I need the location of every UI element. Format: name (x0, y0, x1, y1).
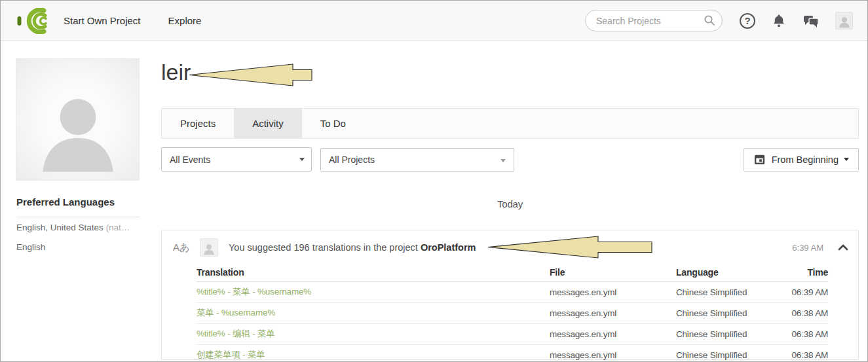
profile-tabbar: Projects Activity To Do (161, 108, 859, 139)
person-icon (202, 242, 216, 256)
time-cell: 06:38 AM (782, 345, 828, 362)
chevron-down-icon (299, 158, 305, 161)
projects-filter-select[interactable]: All Projects (320, 148, 514, 172)
file-cell: messages.en.yml (550, 345, 676, 362)
col-file: File (550, 264, 676, 282)
translation-link[interactable]: %title% - 编辑 - 菜单 (197, 329, 275, 338)
calendar-icon (753, 153, 766, 166)
table-row: 创建菜单项 - 菜单 messages.en.yml Chinese Simpl… (197, 345, 828, 362)
search-input[interactable] (585, 10, 723, 31)
translation-link[interactable]: %title% - 菜单 - %username% (197, 287, 311, 297)
translation-link[interactable]: 菜单 - %username% (197, 308, 275, 317)
tab-activity[interactable]: Activity (234, 109, 302, 138)
day-group-label: Today (161, 198, 859, 209)
activity-filters: All Events All Projects From Beginning (161, 147, 859, 172)
file-cell: messages.en.yml (550, 303, 676, 324)
top-navigation-bar: Start Own Project Explore ? (1, 1, 867, 41)
messages-button[interactable] (802, 13, 820, 29)
profile-photo-placeholder (16, 58, 140, 181)
project-search (585, 10, 723, 31)
nav-start-own-project[interactable]: Start Own Project (64, 15, 141, 26)
annotation-arrow-username (188, 63, 314, 87)
translation-link[interactable]: 创建菜单项 - 菜单 (197, 350, 265, 359)
language-cell: Chinese Simplified (676, 303, 782, 324)
translations-table: Translation File Language Time %title% -… (197, 264, 828, 362)
language-cell: Chinese Simplified (676, 345, 782, 362)
time-cell: 06:39 AM (782, 282, 828, 303)
preferred-language-item: English, United States (nat… (16, 223, 130, 232)
sidebar-divider (16, 217, 140, 217)
tab-projects[interactable]: Projects (162, 109, 234, 138)
file-cell: messages.en.yml (550, 282, 676, 303)
crowdin-profile-page: Start Own Project Explore ? (0, 0, 868, 362)
collapse-event-button[interactable] (838, 244, 848, 251)
person-silhouette-icon (29, 82, 127, 180)
translation-activity-icon: Aあ (173, 242, 190, 254)
activity-event-card: Aあ You suggested 196 translations in the… (161, 230, 859, 360)
date-range-button[interactable]: From Beginning (744, 148, 859, 172)
chevron-down-icon (500, 159, 506, 162)
event-message: You suggested 196 translations in the pr… (229, 242, 476, 253)
project-name-link[interactable]: OroPlatform (421, 242, 476, 253)
col-translation: Translation (197, 264, 550, 282)
file-cell: messages.en.yml (550, 324, 676, 345)
table-row: %title% - 编辑 - 菜单 messages.en.yml Chines… (197, 324, 828, 345)
chat-bubbles-icon (802, 13, 820, 29)
preferred-language-item: English (16, 242, 45, 252)
person-icon (837, 14, 852, 29)
event-time: 6:39 AM (792, 243, 823, 253)
col-time: Time (782, 264, 828, 282)
user-menu-avatar[interactable] (835, 12, 853, 29)
table-header-row: Translation File Language Time (197, 264, 828, 282)
language-cell: Chinese Simplified (676, 282, 782, 303)
chevron-down-icon (844, 158, 849, 161)
tab-todo[interactable]: To Do (302, 109, 364, 138)
help-icon: ? (740, 13, 755, 29)
language-cell: Chinese Simplified (676, 324, 782, 345)
help-button[interactable]: ? (740, 13, 755, 29)
search-icon (704, 14, 715, 26)
time-cell: 06:38 AM (782, 303, 828, 324)
preferred-languages-title: Preferred Languages (16, 196, 115, 208)
bell-icon (771, 13, 787, 29)
username-page-title: leir (161, 60, 191, 85)
events-filter-select[interactable]: All Events (161, 147, 312, 172)
time-cell: 06:38 AM (782, 324, 828, 345)
crowdin-logo-icon[interactable] (15, 8, 49, 34)
event-user-avatar (200, 238, 218, 257)
nav-explore[interactable]: Explore (168, 15, 202, 26)
notifications-button[interactable] (771, 13, 787, 29)
language-note: (nat… (106, 223, 130, 232)
activity-event-header: Aあ You suggested 196 translations in the… (162, 230, 858, 264)
col-language: Language (676, 264, 782, 282)
chevron-up-icon (838, 244, 848, 251)
table-row: 菜单 - %username% messages.en.yml Chinese … (197, 303, 828, 324)
table-row: %title% - 菜单 - %username% messages.en.ym… (197, 282, 828, 303)
